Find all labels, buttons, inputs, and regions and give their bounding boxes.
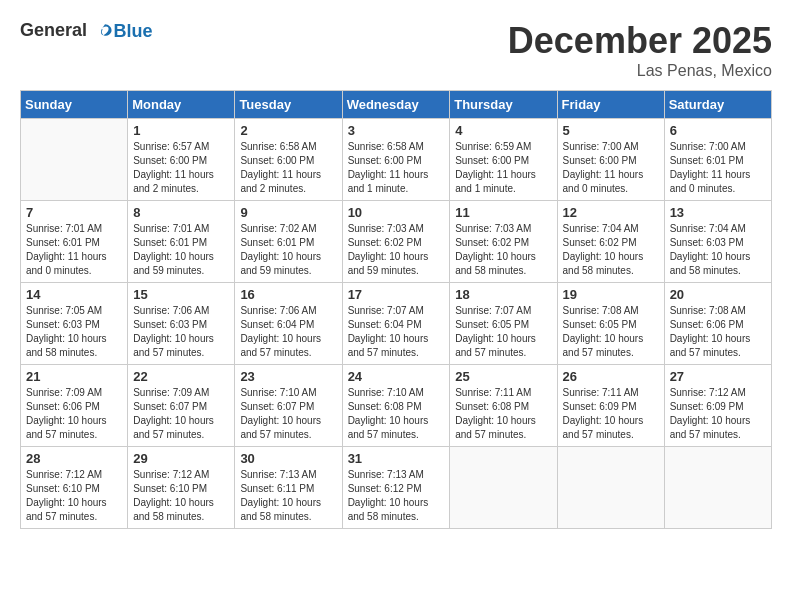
calendar-cell bbox=[664, 447, 771, 529]
day-number: 20 bbox=[670, 287, 766, 302]
day-number: 22 bbox=[133, 369, 229, 384]
calendar-cell: 1Sunrise: 6:57 AMSunset: 6:00 PMDaylight… bbox=[128, 119, 235, 201]
day-number: 21 bbox=[26, 369, 122, 384]
title-section: December 2025 Las Penas, Mexico bbox=[508, 20, 772, 80]
weekday-header: Friday bbox=[557, 91, 664, 119]
calendar-cell: 5Sunrise: 7:00 AMSunset: 6:00 PMDaylight… bbox=[557, 119, 664, 201]
calendar-cell: 25Sunrise: 7:11 AMSunset: 6:08 PMDayligh… bbox=[450, 365, 557, 447]
calendar-cell: 10Sunrise: 7:03 AMSunset: 6:02 PMDayligh… bbox=[342, 201, 450, 283]
calendar-cell bbox=[21, 119, 128, 201]
weekday-header: Thursday bbox=[450, 91, 557, 119]
calendar-cell: 16Sunrise: 7:06 AMSunset: 6:04 PMDayligh… bbox=[235, 283, 342, 365]
calendar-week-row: 21Sunrise: 7:09 AMSunset: 6:06 PMDayligh… bbox=[21, 365, 772, 447]
calendar-cell: 14Sunrise: 7:05 AMSunset: 6:03 PMDayligh… bbox=[21, 283, 128, 365]
weekday-header: Tuesday bbox=[235, 91, 342, 119]
day-number: 8 bbox=[133, 205, 229, 220]
logo-blue: Blue bbox=[114, 21, 153, 41]
calendar-cell: 26Sunrise: 7:11 AMSunset: 6:09 PMDayligh… bbox=[557, 365, 664, 447]
day-number: 29 bbox=[133, 451, 229, 466]
day-number: 9 bbox=[240, 205, 336, 220]
day-number: 10 bbox=[348, 205, 445, 220]
calendar-cell bbox=[450, 447, 557, 529]
calendar-cell: 9Sunrise: 7:02 AMSunset: 6:01 PMDaylight… bbox=[235, 201, 342, 283]
calendar-cell: 24Sunrise: 7:10 AMSunset: 6:08 PMDayligh… bbox=[342, 365, 450, 447]
day-number: 19 bbox=[563, 287, 659, 302]
calendar-cell: 18Sunrise: 7:07 AMSunset: 6:05 PMDayligh… bbox=[450, 283, 557, 365]
calendar-cell: 29Sunrise: 7:12 AMSunset: 6:10 PMDayligh… bbox=[128, 447, 235, 529]
calendar-cell: 27Sunrise: 7:12 AMSunset: 6:09 PMDayligh… bbox=[664, 365, 771, 447]
calendar-cell: 6Sunrise: 7:00 AMSunset: 6:01 PMDaylight… bbox=[664, 119, 771, 201]
day-number: 6 bbox=[670, 123, 766, 138]
calendar-cell: 7Sunrise: 7:01 AMSunset: 6:01 PMDaylight… bbox=[21, 201, 128, 283]
day-info: Sunrise: 7:00 AMSunset: 6:01 PMDaylight:… bbox=[670, 140, 766, 196]
calendar: SundayMondayTuesdayWednesdayThursdayFrid… bbox=[20, 90, 772, 529]
day-info: Sunrise: 7:08 AMSunset: 6:06 PMDaylight:… bbox=[670, 304, 766, 360]
day-number: 31 bbox=[348, 451, 445, 466]
weekday-header: Saturday bbox=[664, 91, 771, 119]
day-info: Sunrise: 6:58 AMSunset: 6:00 PMDaylight:… bbox=[348, 140, 445, 196]
day-number: 5 bbox=[563, 123, 659, 138]
day-info: Sunrise: 6:58 AMSunset: 6:00 PMDaylight:… bbox=[240, 140, 336, 196]
calendar-cell: 2Sunrise: 6:58 AMSunset: 6:00 PMDaylight… bbox=[235, 119, 342, 201]
day-number: 1 bbox=[133, 123, 229, 138]
month-title: December 2025 bbox=[508, 20, 772, 62]
calendar-cell: 11Sunrise: 7:03 AMSunset: 6:02 PMDayligh… bbox=[450, 201, 557, 283]
calendar-cell: 20Sunrise: 7:08 AMSunset: 6:06 PMDayligh… bbox=[664, 283, 771, 365]
day-info: Sunrise: 7:02 AMSunset: 6:01 PMDaylight:… bbox=[240, 222, 336, 278]
day-number: 11 bbox=[455, 205, 551, 220]
location-title: Las Penas, Mexico bbox=[508, 62, 772, 80]
calendar-cell: 13Sunrise: 7:04 AMSunset: 6:03 PMDayligh… bbox=[664, 201, 771, 283]
day-info: Sunrise: 7:03 AMSunset: 6:02 PMDaylight:… bbox=[455, 222, 551, 278]
calendar-cell: 19Sunrise: 7:08 AMSunset: 6:05 PMDayligh… bbox=[557, 283, 664, 365]
calendar-cell: 8Sunrise: 7:01 AMSunset: 6:01 PMDaylight… bbox=[128, 201, 235, 283]
calendar-cell: 28Sunrise: 7:12 AMSunset: 6:10 PMDayligh… bbox=[21, 447, 128, 529]
weekday-header: Sunday bbox=[21, 91, 128, 119]
day-info: Sunrise: 7:07 AMSunset: 6:05 PMDaylight:… bbox=[455, 304, 551, 360]
day-info: Sunrise: 7:01 AMSunset: 6:01 PMDaylight:… bbox=[133, 222, 229, 278]
calendar-week-row: 14Sunrise: 7:05 AMSunset: 6:03 PMDayligh… bbox=[21, 283, 772, 365]
calendar-cell: 31Sunrise: 7:13 AMSunset: 6:12 PMDayligh… bbox=[342, 447, 450, 529]
weekday-header: Monday bbox=[128, 91, 235, 119]
day-number: 15 bbox=[133, 287, 229, 302]
day-number: 7 bbox=[26, 205, 122, 220]
day-info: Sunrise: 7:07 AMSunset: 6:04 PMDaylight:… bbox=[348, 304, 445, 360]
day-info: Sunrise: 7:06 AMSunset: 6:03 PMDaylight:… bbox=[133, 304, 229, 360]
calendar-header-row: SundayMondayTuesdayWednesdayThursdayFrid… bbox=[21, 91, 772, 119]
day-info: Sunrise: 7:01 AMSunset: 6:01 PMDaylight:… bbox=[26, 222, 122, 278]
day-info: Sunrise: 7:10 AMSunset: 6:07 PMDaylight:… bbox=[240, 386, 336, 442]
calendar-cell: 30Sunrise: 7:13 AMSunset: 6:11 PMDayligh… bbox=[235, 447, 342, 529]
day-number: 18 bbox=[455, 287, 551, 302]
day-info: Sunrise: 7:09 AMSunset: 6:06 PMDaylight:… bbox=[26, 386, 122, 442]
day-info: Sunrise: 7:00 AMSunset: 6:00 PMDaylight:… bbox=[563, 140, 659, 196]
day-number: 23 bbox=[240, 369, 336, 384]
day-number: 25 bbox=[455, 369, 551, 384]
day-info: Sunrise: 7:11 AMSunset: 6:09 PMDaylight:… bbox=[563, 386, 659, 442]
day-info: Sunrise: 6:57 AMSunset: 6:00 PMDaylight:… bbox=[133, 140, 229, 196]
header: General Blue December 2025 Las Penas, Me… bbox=[20, 20, 772, 80]
day-number: 16 bbox=[240, 287, 336, 302]
day-info: Sunrise: 7:13 AMSunset: 6:12 PMDaylight:… bbox=[348, 468, 445, 524]
day-number: 13 bbox=[670, 205, 766, 220]
day-info: Sunrise: 7:12 AMSunset: 6:10 PMDaylight:… bbox=[133, 468, 229, 524]
calendar-cell: 23Sunrise: 7:10 AMSunset: 6:07 PMDayligh… bbox=[235, 365, 342, 447]
calendar-week-row: 7Sunrise: 7:01 AMSunset: 6:01 PMDaylight… bbox=[21, 201, 772, 283]
calendar-cell: 21Sunrise: 7:09 AMSunset: 6:06 PMDayligh… bbox=[21, 365, 128, 447]
day-info: Sunrise: 7:04 AMSunset: 6:03 PMDaylight:… bbox=[670, 222, 766, 278]
day-info: Sunrise: 7:10 AMSunset: 6:08 PMDaylight:… bbox=[348, 386, 445, 442]
day-number: 4 bbox=[455, 123, 551, 138]
day-number: 17 bbox=[348, 287, 445, 302]
day-info: Sunrise: 7:13 AMSunset: 6:11 PMDaylight:… bbox=[240, 468, 336, 524]
calendar-week-row: 28Sunrise: 7:12 AMSunset: 6:10 PMDayligh… bbox=[21, 447, 772, 529]
calendar-cell: 12Sunrise: 7:04 AMSunset: 6:02 PMDayligh… bbox=[557, 201, 664, 283]
day-number: 26 bbox=[563, 369, 659, 384]
day-info: Sunrise: 7:09 AMSunset: 6:07 PMDaylight:… bbox=[133, 386, 229, 442]
logo-general: General bbox=[20, 20, 87, 40]
weekday-header: Wednesday bbox=[342, 91, 450, 119]
day-number: 14 bbox=[26, 287, 122, 302]
calendar-cell: 3Sunrise: 6:58 AMSunset: 6:00 PMDaylight… bbox=[342, 119, 450, 201]
logo: General Blue bbox=[20, 20, 153, 43]
day-number: 30 bbox=[240, 451, 336, 466]
day-number: 27 bbox=[670, 369, 766, 384]
day-info: Sunrise: 7:03 AMSunset: 6:02 PMDaylight:… bbox=[348, 222, 445, 278]
calendar-week-row: 1Sunrise: 6:57 AMSunset: 6:00 PMDaylight… bbox=[21, 119, 772, 201]
